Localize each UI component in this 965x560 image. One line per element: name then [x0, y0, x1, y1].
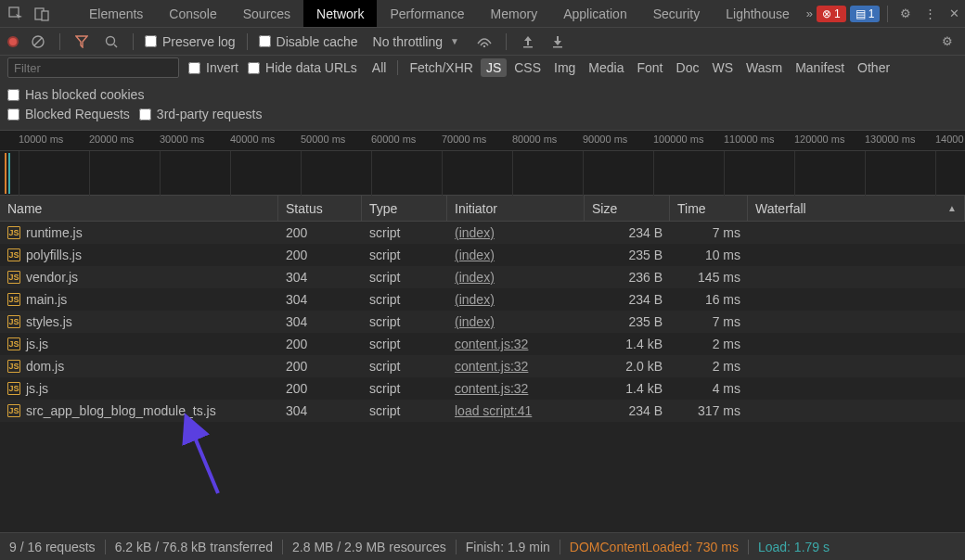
- filter-type-font[interactable]: Font: [632, 58, 669, 77]
- filter-type-css[interactable]: CSS: [508, 58, 547, 77]
- download-icon[interactable]: [547, 32, 568, 52]
- inspect-icon[interactable]: [6, 4, 26, 24]
- tab-sources[interactable]: Sources: [230, 0, 303, 27]
- tab-application[interactable]: Application: [550, 0, 640, 27]
- request-initiator[interactable]: (index): [455, 270, 495, 285]
- search-icon[interactable]: [101, 32, 122, 52]
- request-type: script: [362, 225, 447, 240]
- svg-line-10: [190, 426, 218, 493]
- dcl-time: DOMContentLoaded: 730 ms: [570, 540, 739, 554]
- throttling-select[interactable]: No throttling▼: [367, 34, 465, 49]
- more-tabs-icon[interactable]: »: [803, 6, 817, 20]
- filter-input[interactable]: [7, 57, 179, 78]
- load-time: Load: 1.79 s: [758, 540, 830, 554]
- col-waterfall[interactable]: Waterfall▲: [748, 196, 965, 221]
- filter-type-js[interactable]: JS: [481, 58, 507, 77]
- panel-settings-icon[interactable]: ⚙: [937, 32, 958, 52]
- tab-performance[interactable]: Performance: [377, 0, 477, 27]
- tab-lighthouse[interactable]: Lighthouse: [713, 0, 803, 27]
- filter-type-media[interactable]: Media: [583, 58, 629, 77]
- request-initiator[interactable]: content.js:32: [455, 337, 528, 351]
- close-icon[interactable]: ✕: [944, 4, 964, 24]
- filter-type-doc[interactable]: Doc: [671, 58, 705, 77]
- request-type: script: [362, 403, 447, 418]
- js-file-icon: JS: [7, 337, 20, 350]
- request-name: vendor.js: [26, 270, 78, 285]
- tab-network[interactable]: Network: [303, 0, 377, 27]
- filter-icon[interactable]: [71, 32, 92, 52]
- request-initiator[interactable]: (index): [455, 292, 495, 307]
- request-status: 304: [278, 292, 362, 307]
- timeline-tick: 120000 ms: [794, 134, 844, 145]
- request-initiator[interactable]: load script:41: [455, 403, 532, 418]
- table-row[interactable]: JSdom.js200scriptcontent.js:322.0 kB2 ms: [0, 355, 965, 377]
- kebab-icon[interactable]: ⋮: [920, 4, 940, 24]
- network-conditions-icon[interactable]: [474, 32, 495, 52]
- tab-console[interactable]: Console: [156, 0, 229, 27]
- tab-elements[interactable]: Elements: [76, 0, 156, 27]
- request-initiator[interactable]: (index): [455, 225, 495, 240]
- filter-type-all[interactable]: All: [367, 58, 392, 77]
- request-status: 304: [278, 314, 362, 329]
- timeline-overview[interactable]: 10000 ms20000 ms30000 ms40000 ms50000 ms…: [0, 131, 965, 196]
- request-initiator[interactable]: (index): [455, 248, 495, 262]
- devtools-tabs-bar: ElementsConsoleSourcesNetworkPerformance…: [0, 0, 965, 28]
- filter-type-img[interactable]: Img: [548, 58, 581, 77]
- request-type: script: [362, 292, 447, 307]
- timeline-tick: 100000 ms: [653, 134, 703, 145]
- js-file-icon: JS: [7, 315, 20, 328]
- col-size[interactable]: Size: [585, 196, 670, 221]
- col-name[interactable]: Name: [0, 196, 278, 221]
- request-initiator[interactable]: content.js:32: [455, 359, 528, 374]
- messages-badge[interactable]: ▤1: [850, 6, 881, 22]
- request-initiator[interactable]: (index): [455, 314, 495, 329]
- record-button[interactable]: [7, 36, 19, 47]
- hide-dataurls-checkbox[interactable]: Hide data URLs: [248, 60, 357, 75]
- third-party-checkbox[interactable]: 3rd-party requests: [139, 107, 263, 121]
- request-time: 317 ms: [670, 403, 748, 418]
- table-row[interactable]: JSmain.js304script(index)234 B16 ms: [0, 288, 965, 311]
- filter-type-wasm[interactable]: Wasm: [740, 58, 788, 77]
- tab-security[interactable]: Security: [640, 0, 714, 27]
- annotation-arrow: [181, 419, 237, 505]
- request-name: dom.js: [26, 359, 64, 374]
- request-size: 234 B: [585, 225, 670, 240]
- preserve-log-checkbox[interactable]: Preserve log: [145, 34, 236, 49]
- invert-checkbox[interactable]: Invert: [188, 60, 238, 75]
- errors-badge[interactable]: ⊗1: [817, 6, 846, 22]
- blocked-requests-checkbox[interactable]: Blocked Requests: [7, 107, 130, 121]
- request-type: script: [362, 337, 447, 351]
- table-row[interactable]: JSstyles.js304script(index)235 B7 ms: [0, 311, 965, 333]
- js-file-icon: JS: [7, 382, 20, 395]
- table-row[interactable]: JSvendor.js304script(index)236 B145 ms: [0, 266, 965, 288]
- filter-type-other[interactable]: Other: [852, 58, 895, 77]
- status-bar: 9 / 16 requests 6.2 kB / 76.8 kB transfe…: [0, 532, 965, 560]
- request-initiator[interactable]: content.js:32: [455, 381, 528, 396]
- upload-icon[interactable]: [518, 32, 538, 52]
- clear-icon[interactable]: [28, 32, 48, 52]
- request-type: script: [362, 314, 447, 329]
- request-size: 236 B: [585, 270, 670, 285]
- table-row[interactable]: JSjs.js200scriptcontent.js:321.4 kB4 ms: [0, 377, 965, 400]
- resources-size: 2.8 MB / 2.9 MB resources: [292, 540, 446, 554]
- filter-type-manifest[interactable]: Manifest: [790, 58, 850, 77]
- filter-type-fetchxhr[interactable]: Fetch/XHR: [404, 58, 478, 77]
- request-size: 234 B: [585, 292, 670, 307]
- filter-type-ws[interactable]: WS: [706, 58, 739, 77]
- tab-memory[interactable]: Memory: [478, 0, 551, 27]
- table-row[interactable]: JSjs.js200scriptcontent.js:321.4 kB2 ms: [0, 333, 965, 355]
- table-row[interactable]: JSsrc_app_blog_blog_module_ts.js304scrip…: [0, 400, 965, 422]
- col-status[interactable]: Status: [278, 196, 362, 221]
- request-time: 2 ms: [670, 337, 748, 351]
- request-status: 200: [278, 381, 362, 396]
- blocked-cookies-checkbox[interactable]: Has blocked cookies: [7, 87, 144, 102]
- settings-icon[interactable]: ⚙: [895, 4, 916, 24]
- table-row[interactable]: JSruntime.js200script(index)234 B7 ms: [0, 222, 965, 244]
- col-type[interactable]: Type: [362, 196, 447, 221]
- device-icon[interactable]: [32, 4, 52, 24]
- disable-cache-checkbox[interactable]: Disable cache: [259, 34, 358, 49]
- table-row[interactable]: JSpolyfills.js200script(index)235 B10 ms: [0, 244, 965, 266]
- request-name: styles.js: [26, 314, 72, 329]
- col-time[interactable]: Time: [670, 196, 748, 221]
- col-initiator[interactable]: Initiator: [447, 196, 585, 221]
